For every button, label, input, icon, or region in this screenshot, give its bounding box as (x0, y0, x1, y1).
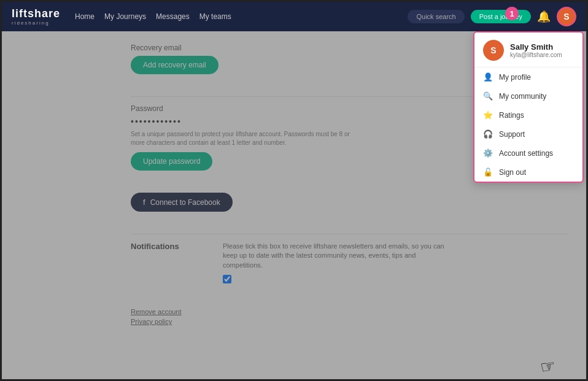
nav-messages[interactable]: Messages (156, 12, 190, 21)
person-icon: 👤 (483, 72, 493, 82)
menu-item-my-profile[interactable]: 👤 My profile (474, 67, 582, 87)
notification-bell-icon[interactable]: 🔔 (537, 10, 551, 23)
navbar-right: Quick search Post a journey 🔔 S (408, 7, 576, 26)
sign-out-label: Sign out (499, 168, 526, 177)
navbar: liftshare ridesharing Home My Journeys M… (2, 2, 586, 31)
star-icon: ⭐ (483, 110, 493, 120)
post-journey-button[interactable]: Post a journey (471, 10, 531, 23)
dropdown-user-name: Sally Smith (510, 42, 562, 52)
nav-teams[interactable]: My teams (199, 12, 231, 21)
menu-item-sign-out[interactable]: 🔓 Sign out (474, 163, 582, 182)
dropdown-header: S Sally Smith kyla@liftshare.com (474, 33, 582, 67)
menu-item-support[interactable]: 🎧 Support (474, 125, 582, 144)
search-icon: 🔍 (483, 91, 493, 101)
dropdown-avatar: S (483, 40, 504, 61)
ratings-label: Ratings (499, 111, 524, 120)
menu-item-ratings[interactable]: ⭐ Ratings (474, 106, 582, 125)
menu-item-my-community[interactable]: 🔍 My community (474, 87, 582, 106)
page-wrapper: Recovery email Add recovery email Passwo… (2, 31, 586, 381)
signout-icon: 🔓 (483, 167, 493, 177)
quick-search-button[interactable]: Quick search (408, 10, 464, 23)
nav-links: Home My Journeys Messages My teams (75, 12, 231, 21)
dropdown-user-info: Sally Smith kyla@liftshare.com (510, 42, 562, 58)
app-logo[interactable]: liftshare ridesharing (12, 7, 60, 26)
menu-item-account-settings[interactable]: ⚙️ Account settings (474, 144, 582, 163)
headset-icon: 🎧 (483, 129, 493, 139)
nav-journeys[interactable]: My Journeys (104, 12, 146, 21)
account-settings-label: Account settings (499, 149, 553, 158)
dropdown-user-email: kyla@liftshare.com (510, 52, 562, 58)
logo-text: liftshare (12, 7, 60, 20)
support-label: Support (499, 130, 525, 139)
my-profile-label: My profile (499, 73, 531, 82)
gear-icon: ⚙️ (483, 148, 493, 158)
user-dropdown-menu: S Sally Smith kyla@liftshare.com 👤 My pr… (473, 31, 584, 183)
user-avatar[interactable]: S (557, 7, 576, 26)
logo-subtext: ridesharing (12, 20, 60, 26)
nav-home[interactable]: Home (75, 12, 95, 21)
notification-badge: 1 (505, 7, 519, 20)
my-community-label: My community (499, 92, 546, 101)
